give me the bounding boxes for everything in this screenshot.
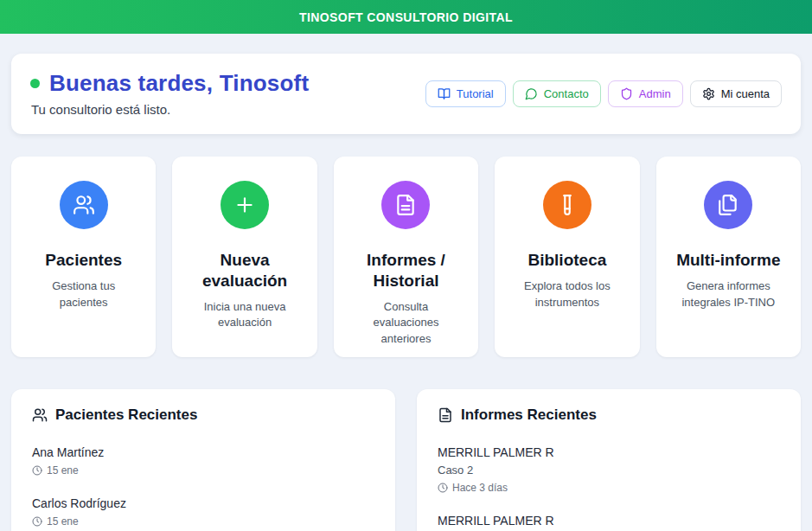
app-header: TINOSOFT CONSULTORIO DIGITAL — [0, 0, 812, 34]
card-title: Multi-informe — [673, 250, 784, 271]
patient-date: 15 ene — [47, 515, 79, 528]
gear-icon — [702, 87, 715, 100]
card-nueva-evaluacion[interactable]: Nueva evaluación Inicia una nueva evalua… — [172, 157, 316, 357]
main-content: Buenas tardes, Tinosoft Tu consultorio e… — [0, 54, 812, 531]
header-actions: Tutorial Contacto Admin Mi cuenta — [425, 80, 782, 107]
report-name: MERRILL PALMER R — [438, 445, 780, 459]
chat-bubble-icon — [525, 87, 538, 100]
greeting-title: Buenas tardes, Tinosoft — [49, 70, 309, 97]
recent-reports-list: MERRILL PALMER R Caso 2 Hace 3 días MERR… — [438, 445, 780, 528]
card-subtitle: Explora todos los instrumentos — [511, 278, 623, 311]
file-text-icon — [381, 181, 430, 229]
clock-icon — [32, 465, 42, 476]
recent-patients-list: Ana Martínez 15 ene Carlos Rodríguez — [32, 445, 374, 528]
mi-cuenta-button[interactable]: Mi cuenta — [690, 80, 782, 107]
app-title: TINOSOFT CONSULTORIO DIGITAL — [299, 10, 513, 24]
welcome-card: Buenas tardes, Tinosoft Tu consultorio e… — [11, 54, 801, 134]
mi-cuenta-button-label: Mi cuenta — [721, 87, 770, 100]
report-name: MERRILL PALMER R — [438, 514, 780, 528]
card-title: Biblioteca — [511, 250, 623, 271]
welcome-text-block: Buenas tardes, Tinosoft Tu consultorio e… — [30, 70, 309, 117]
report-list-item[interactable]: MERRILL PALMER R Caso 2 Hace 3 días — [438, 445, 780, 494]
patient-date: 15 ene — [47, 464, 79, 477]
recent-patients-panel: Pacientes Recientes Ana Martínez 15 ene … — [11, 389, 395, 531]
report-case: Caso 2 — [438, 464, 780, 477]
card-title: Pacientes — [28, 250, 139, 271]
patient-name: Carlos Rodríguez — [32, 496, 374, 510]
card-title: Informes / Historial — [350, 250, 462, 291]
tutorial-button[interactable]: Tutorial — [425, 80, 506, 107]
contacto-button[interactable]: Contacto — [513, 80, 601, 107]
file-text-icon — [438, 407, 453, 423]
report-list-item[interactable]: MERRILL PALMER R — [438, 514, 780, 528]
feature-cards: Pacientes Gestiona tus pacientes Nueva e… — [11, 157, 801, 357]
online-status-dot-icon — [30, 79, 40, 88]
files-icon — [704, 181, 752, 229]
card-subtitle: Gestiona tus pacientes — [28, 278, 139, 311]
recent-reports-panel: Informes Recientes MERRILL PALMER R Caso… — [417, 389, 801, 531]
tutorial-button-label: Tutorial — [457, 87, 494, 100]
card-title: Nueva evaluación — [189, 250, 300, 291]
users-icon — [60, 181, 108, 229]
users-icon — [32, 407, 48, 423]
plus-icon — [221, 181, 269, 229]
greeting-subtitle: Tu consultorio está listo. — [31, 102, 309, 117]
report-time: Hace 3 días — [452, 482, 508, 494]
card-subtitle: Genera informes integrales IP-TINO — [673, 278, 784, 311]
patient-name: Ana Martínez — [32, 445, 374, 459]
test-tube-icon — [543, 181, 591, 229]
recent-patients-title: Pacientes Recientes — [55, 406, 197, 424]
book-open-icon — [438, 87, 451, 100]
shield-icon — [620, 87, 633, 100]
clock-icon — [438, 483, 448, 493]
card-multi-informe[interactable]: Multi-informe Genera informes integrales… — [656, 157, 801, 357]
clock-icon — [32, 516, 42, 527]
recent-reports-title: Informes Recientes — [461, 406, 597, 424]
recent-panels: Pacientes Recientes Ana Martínez 15 ene … — [11, 389, 801, 531]
card-biblioteca[interactable]: Biblioteca Explora todos los instrumento… — [495, 157, 639, 357]
contacto-button-label: Contacto — [544, 87, 589, 100]
patient-list-item[interactable]: Ana Martínez 15 ene — [32, 445, 374, 477]
card-subtitle: Consulta evaluaciones anteriores — [350, 299, 462, 349]
patient-list-item[interactable]: Carlos Rodríguez 15 ene — [32, 496, 374, 528]
card-informes-historial[interactable]: Informes / Historial Consulta evaluacion… — [334, 157, 478, 357]
card-subtitle: Inicia una nueva evaluación — [189, 299, 300, 332]
card-pacientes[interactable]: Pacientes Gestiona tus pacientes — [11, 157, 156, 357]
admin-button[interactable]: Admin — [608, 80, 683, 107]
admin-button-label: Admin — [639, 87, 671, 100]
